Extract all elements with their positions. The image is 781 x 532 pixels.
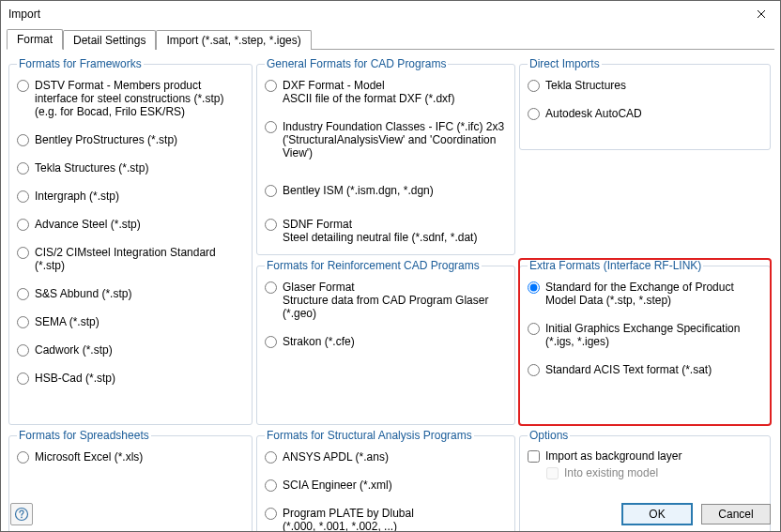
- group-extra-formats-legend: Extra Formats (Interface RF-LINK): [528, 259, 703, 272]
- radio-dstv[interactable]: DSTV Format - Members product interface …: [17, 76, 244, 121]
- ok-button[interactable]: OK: [622, 504, 692, 524]
- radio-iges-label: Initial Graphics Exchange Specification …: [545, 322, 762, 348]
- radio-ifc-sub: ('StructuralAnalysisView' and 'Coordinat…: [283, 133, 507, 160]
- radio-hsb-cad-label: HSB-Cad (*.stp): [35, 372, 115, 385]
- radio-advance-steel[interactable]: Advance Steel (*.stp): [17, 215, 244, 234]
- radio-sdnf[interactable]: SDNF Format Steel detailing neutral file…: [265, 215, 507, 247]
- group-extra-formats: Extra Formats (Interface RF-LINK) Standa…: [519, 259, 771, 425]
- radio-bentley-ism-label: Bentley ISM (*.ism.dgn, *.dgn): [283, 184, 434, 197]
- cancel-button[interactable]: Cancel: [701, 504, 771, 524]
- tab-import[interactable]: Import (*.sat, *.step, *.iges): [156, 30, 311, 50]
- tab-detail-settings[interactable]: Detail Settings: [63, 30, 156, 50]
- radio-iges-input[interactable]: [528, 323, 540, 335]
- radio-scia[interactable]: SCIA Engineer (*.xml): [265, 476, 507, 494]
- radio-intergraph-label: Intergraph (*.stp): [35, 190, 119, 203]
- group-frameworks-legend: Formats for Frameworks: [17, 57, 144, 70]
- radio-dxf[interactable]: DXF Format - Model ASCII file of the for…: [265, 76, 507, 108]
- radio-sdnf-sub: Steel detailing neutral file (*.sdnf, *.…: [283, 231, 477, 244]
- radio-bentley-prostructures-label: Bentley ProStructures (*.stp): [35, 133, 177, 146]
- group-options-legend: Options: [528, 429, 570, 442]
- radio-cadwork[interactable]: Cadwork (*.stp): [17, 341, 244, 359]
- radio-excel-input[interactable]: [17, 451, 29, 464]
- radio-glaser-label: Glaser Format: [283, 281, 507, 294]
- radio-step-label: Standard for the Exchange of Product Mod…: [545, 281, 762, 307]
- radio-cis2-label: CIS/2 CIMsteel Integration Standard (*.s…: [35, 246, 244, 272]
- radio-dstv-sub: (e.g. for Bocad, Frilo ESK/RS): [35, 105, 244, 118]
- close-icon: [757, 9, 766, 19]
- radio-sema-label: SEMA (*.stp): [35, 315, 100, 328]
- radio-strakon-label: Strakon (*.cfe): [283, 335, 355, 348]
- radio-direct-tekla[interactable]: Tekla Structures: [528, 76, 762, 95]
- radio-sat[interactable]: Standard ACIS Text format (*.sat): [528, 360, 762, 379]
- radio-ifc-input[interactable]: [265, 121, 277, 133]
- radio-cadwork-input[interactable]: [17, 344, 29, 357]
- group-structural-legend: Formats for Structural Analysis Programs: [265, 429, 474, 442]
- radio-ss-abbund-input[interactable]: [17, 288, 29, 300]
- group-frameworks: Formats for Frameworks DSTV Format - Mem…: [8, 57, 253, 425]
- radio-direct-tekla-input[interactable]: [528, 80, 540, 92]
- radio-strakon-input[interactable]: [265, 336, 277, 348]
- radio-intergraph-input[interactable]: [17, 190, 29, 203]
- check-bg-layer-input[interactable]: [528, 450, 540, 463]
- check-existing-model-input: [546, 467, 559, 479]
- radio-scia-label: SCIA Engineer (*.xml): [283, 479, 392, 492]
- radio-glaser[interactable]: Glaser Format Structure data from CAD Pr…: [265, 278, 507, 323]
- radio-bentley-ism-input[interactable]: [265, 185, 277, 197]
- radio-glaser-sub: Structure data from CAD Program Glaser (…: [283, 294, 507, 320]
- radio-excel[interactable]: Microsoft Excel (*.xls): [17, 448, 244, 466]
- group-reinforcement: Formats for Reinforcement CAD Programs G…: [256, 259, 515, 425]
- radio-hsb-cad-input[interactable]: [17, 372, 29, 385]
- radio-direct-autocad[interactable]: Autodesk AutoCAD: [528, 104, 762, 123]
- check-bg-layer-label: Import as background layer: [545, 449, 681, 463]
- dialog-footer: OK Cancel: [1, 497, 780, 531]
- tab-bar: Format Detail Settings Import (*.sat, *.…: [1, 27, 780, 50]
- content-area: Formats for Frameworks DSTV Format - Mem…: [1, 50, 780, 532]
- radio-ansys[interactable]: ANSYS APDL (*.ans): [265, 448, 507, 466]
- radio-step[interactable]: Standard for the Exchange of Product Mod…: [528, 278, 762, 310]
- radio-sat-input[interactable]: [528, 364, 540, 376]
- radio-scia-input[interactable]: [265, 479, 277, 492]
- group-spreadsheets-legend: Formats for Spreadsheets: [17, 429, 151, 442]
- radio-sema-input[interactable]: [17, 316, 29, 328]
- radio-hsb-cad[interactable]: HSB-Cad (*.stp): [17, 369, 244, 388]
- radio-ansys-input[interactable]: [265, 451, 277, 464]
- radio-iges[interactable]: Initial Graphics Exchange Specification …: [528, 319, 762, 351]
- check-bg-layer[interactable]: Import as background layer: [528, 448, 762, 464]
- radio-advance-steel-input[interactable]: [17, 219, 29, 231]
- group-reinforcement-legend: Formats for Reinforcement CAD Programs: [265, 259, 482, 272]
- radio-glaser-input[interactable]: [265, 281, 277, 294]
- radio-sema[interactable]: SEMA (*.stp): [17, 312, 244, 331]
- radio-dstv-label: DSTV Format - Members product interface …: [35, 79, 244, 105]
- help-icon: [14, 507, 29, 522]
- radio-bentley-prostructures[interactable]: Bentley ProStructures (*.stp): [17, 130, 244, 149]
- svg-point-1: [21, 516, 23, 518]
- radio-sdnf-input[interactable]: [265, 219, 277, 231]
- group-direct-imports: Direct Imports Tekla Structures Autodesk…: [519, 57, 771, 150]
- close-button[interactable]: [743, 1, 780, 27]
- group-general-cad-legend: General Formats for CAD Programs: [265, 57, 448, 70]
- radio-sat-label: Standard ACIS Text format (*.sat): [545, 363, 712, 376]
- radio-direct-tekla-label: Tekla Structures: [545, 79, 626, 92]
- check-existing-model-label: Into existing model: [564, 466, 658, 479]
- radio-ss-abbund[interactable]: S&S Abbund (*.stp): [17, 284, 244, 303]
- radio-cis2-input[interactable]: [17, 247, 29, 259]
- radio-tekla-structures-input[interactable]: [17, 162, 29, 175]
- radio-intergraph[interactable]: Intergraph (*.stp): [17, 187, 244, 205]
- radio-direct-autocad-input[interactable]: [528, 108, 540, 120]
- group-direct-imports-legend: Direct Imports: [528, 57, 602, 70]
- radio-strakon[interactable]: Strakon (*.cfe): [265, 332, 507, 351]
- help-button[interactable]: [10, 503, 33, 525]
- radio-dstv-input[interactable]: [17, 80, 29, 92]
- radio-dxf-sub: ASCII file of the format DXF (*.dxf): [283, 92, 454, 105]
- radio-bentley-prostructures-input[interactable]: [17, 134, 29, 146]
- radio-tekla-structures-label: Tekla Structures (*.stp): [35, 161, 148, 175]
- radio-ifc[interactable]: Industry Foundation Classes - IFC (*.ifc…: [265, 117, 507, 162]
- radio-tekla-structures[interactable]: Tekla Structures (*.stp): [17, 159, 244, 177]
- radio-bentley-ism[interactable]: Bentley ISM (*.ism.dgn, *.dgn): [265, 181, 507, 200]
- window-title: Import: [8, 8, 743, 21]
- radio-excel-label: Microsoft Excel (*.xls): [35, 450, 143, 464]
- tab-format[interactable]: Format: [7, 29, 63, 50]
- radio-dxf-input[interactable]: [265, 80, 277, 92]
- radio-step-input[interactable]: [528, 281, 540, 294]
- radio-cis2[interactable]: CIS/2 CIMsteel Integration Standard (*.s…: [17, 243, 244, 275]
